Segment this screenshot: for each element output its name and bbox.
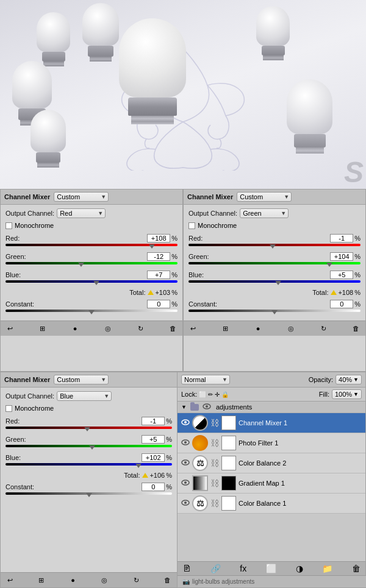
constant-slider-track-right[interactable] — [188, 310, 361, 314]
layer-row-cm1[interactable]: ⛓ Channel Mixer 1 — [178, 413, 365, 433]
history-icon-bottom[interactable]: ⊞ — [36, 575, 47, 585]
output-channel-select-bottom[interactable]: Blue ▼ — [57, 391, 112, 401]
green-value-input-right[interactable] — [330, 252, 353, 261]
red-value-input-right[interactable] — [330, 234, 353, 243]
eye-pf1-icon[interactable] — [181, 439, 190, 447]
red-thumb-right[interactable] — [270, 244, 276, 249]
blue-thumb-right[interactable] — [275, 281, 281, 285]
eye-cb1-icon[interactable] — [181, 500, 190, 507]
monochrome-checkbox-bottom[interactable] — [5, 405, 12, 412]
layer-name-cb2: Color Balance 2 — [239, 459, 362, 467]
blue-value-input-left[interactable] — [147, 271, 170, 279]
red-value-input-bottom[interactable] — [142, 417, 165, 425]
history-icon-left[interactable]: ⊞ — [37, 324, 48, 333]
add-mask-icon[interactable]: ⬜ — [266, 564, 276, 573]
eye-cb2-icon[interactable] — [181, 459, 190, 467]
green-slider-row-right: Green: % — [188, 252, 361, 267]
green-slider-track-bottom[interactable] — [5, 445, 172, 450]
constant-thumb-right[interactable] — [271, 310, 278, 314]
red-thumb-bottom[interactable] — [84, 427, 90, 431]
constant-thumb-bottom[interactable] — [86, 493, 92, 497]
refresh-icon-left[interactable]: ↻ — [135, 324, 146, 333]
green-thumb-bottom[interactable] — [89, 445, 95, 450]
layer-row-cb1[interactable]: ⚖ ⛓ Color Balance 1 — [178, 494, 365, 514]
layer-row-gm1[interactable]: ⛓ Gradient Map 1 — [178, 473, 365, 494]
fill-value-display[interactable]: 100% ▼ — [332, 389, 362, 399]
new-fill-icon[interactable]: ◑ — [296, 564, 303, 573]
gm1-adj-thumb — [192, 475, 208, 491]
layer-row-pf1[interactable]: ⛓ Photo Filter 1 — [178, 433, 365, 453]
opacity-arrow: ▼ — [353, 377, 359, 383]
green-thumb-right[interactable] — [326, 263, 332, 267]
eye-icon-right[interactable]: ◎ — [285, 324, 296, 333]
refresh-icon-bottom[interactable]: ↻ — [131, 575, 142, 585]
visibility-icon-left[interactable]: ● — [70, 324, 81, 333]
strip-text: light-bulbs adjustments — [192, 578, 254, 585]
blue-value-input-bottom[interactable] — [142, 453, 165, 462]
back-icon-right[interactable]: ↩ — [187, 324, 198, 333]
red-slider-track-right[interactable] — [188, 244, 361, 249]
output-channel-select-left[interactable]: Red ▼ — [57, 208, 106, 218]
green-slider-track-right[interactable] — [188, 262, 361, 267]
monochrome-checkbox-right[interactable] — [188, 222, 195, 229]
green-value-input-left[interactable] — [147, 252, 170, 261]
refresh-icon-right[interactable]: ↻ — [318, 324, 329, 333]
back-icon-left[interactable]: ↩ — [4, 324, 15, 333]
green-thumb-left[interactable] — [78, 263, 84, 267]
eye-icon-left[interactable]: ◎ — [102, 324, 113, 333]
trash-icon-left[interactable]: 🗑 — [168, 324, 179, 333]
group-collapse-arrow[interactable]: ▼ — [181, 404, 187, 410]
blue-thumb-left[interactable] — [93, 281, 99, 285]
red-thumb-left[interactable] — [149, 244, 155, 249]
back-icon-bottom[interactable]: ↩ — [4, 575, 15, 585]
panel-title-bottom: Channel Mixer — [4, 376, 50, 383]
add-fx-icon[interactable]: fx — [240, 564, 246, 573]
green-value-input-bottom[interactable] — [142, 435, 165, 444]
link-layers-icon[interactable]: 🔗 — [210, 564, 221, 573]
red-value-input-left[interactable] — [147, 234, 170, 243]
opacity-value-display[interactable]: 40% ▼ — [336, 375, 362, 384]
preset-select-bottom[interactable]: Custom ▼ — [54, 375, 109, 384]
delete-layer-icon[interactable]: 🗑 — [352, 564, 361, 573]
new-layer-icon[interactable]: 🖹 — [182, 564, 191, 573]
lock-position-icon[interactable]: ✛ — [215, 391, 220, 398]
history-icon-right[interactable]: ⊞ — [220, 324, 231, 333]
layer-row-cb2[interactable]: ⚖ ⛓ Color Balance 2 — [178, 453, 365, 473]
monochrome-checkbox-left[interactable] — [5, 222, 12, 229]
pf1-mask-thumb — [221, 436, 236, 450]
blue-value-input-right[interactable] — [330, 271, 353, 279]
blue-slider-track-left[interactable] — [5, 280, 178, 285]
panel-header-left: Channel Mixer Custom ▼ — [1, 190, 182, 205]
trash-icon-bottom[interactable]: 🗑 — [162, 575, 173, 585]
channel-mixer-red-panel: Channel Mixer Custom ▼ Output Channel: R… — [0, 189, 183, 372]
visibility-icon-bottom[interactable]: ● — [68, 575, 79, 585]
constant-value-input-left[interactable] — [147, 300, 170, 308]
eye-icon-bottom[interactable]: ◎ — [99, 575, 110, 585]
layers-group-header[interactable]: ▼ adjustments — [178, 402, 365, 413]
preset-select-left[interactable]: Custom ▼ — [54, 192, 109, 202]
blend-mode-select[interactable]: Normal ▼ — [181, 375, 230, 384]
visibility-icon-right[interactable]: ● — [253, 324, 264, 333]
eye-group-icon[interactable] — [203, 403, 211, 411]
lock-transparent-icon[interactable]: ⬜ — [199, 391, 206, 398]
blue-thumb-bottom[interactable] — [135, 464, 142, 468]
constant-slider-track-bottom[interactable] — [5, 492, 172, 497]
constant-slider-track-left[interactable] — [5, 310, 178, 314]
green-slider-track-left[interactable] — [5, 262, 178, 267]
preset-arrow-left: ▼ — [101, 194, 106, 200]
preset-select-right[interactable]: Custom ▼ — [237, 192, 292, 202]
blue-slider-track-right[interactable] — [188, 280, 361, 285]
eye-cm1-icon[interactable] — [181, 419, 190, 427]
output-channel-select-right[interactable]: Green ▼ — [240, 208, 289, 218]
lock-all-icon[interactable]: 🔒 — [221, 391, 229, 398]
red-slider-track-left[interactable] — [5, 244, 178, 249]
trash-icon-right[interactable]: 🗑 — [351, 324, 362, 333]
constant-thumb-left[interactable] — [88, 310, 95, 314]
new-group-icon[interactable]: 📁 — [322, 564, 332, 573]
blue-slider-track-bottom[interactable] — [5, 463, 172, 468]
red-slider-track-bottom[interactable] — [5, 427, 172, 431]
eye-gm1-icon[interactable] — [181, 480, 190, 487]
constant-value-input-right[interactable] — [330, 300, 353, 308]
lock-image-icon[interactable]: ✏ — [208, 391, 213, 398]
constant-value-input-bottom[interactable] — [142, 483, 165, 491]
